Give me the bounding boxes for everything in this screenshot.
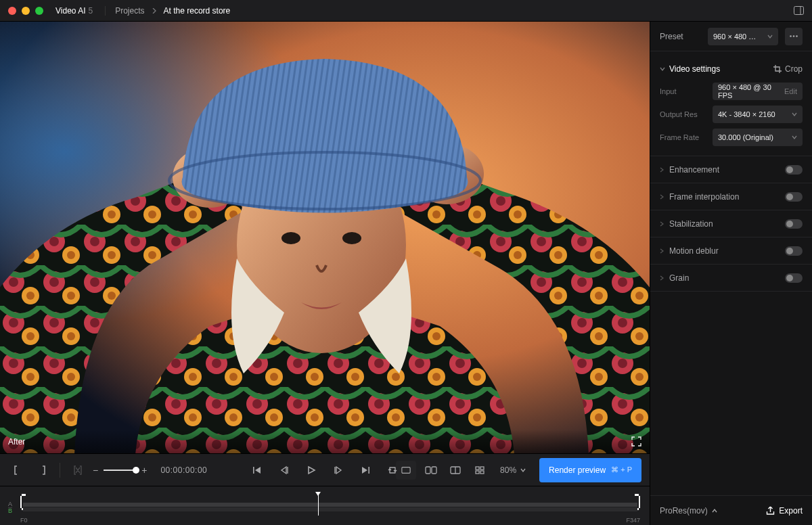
output-res-row: Output Res 4K - 3840 × 2160	[660, 103, 803, 126]
render-preview-button[interactable]: Render preview ⌘ + P	[539, 458, 641, 482]
frame-rate-label: Frame Rate	[660, 133, 706, 141]
maximize-window-button[interactable]	[35, 7, 43, 15]
stabilization-toggle[interactable]	[785, 219, 803, 229]
svg-rect-29	[480, 471, 484, 474]
preset-label: Preset	[660, 32, 683, 41]
viewer: After − + 00:00:00:00	[0, 22, 650, 525]
playhead[interactable]	[318, 493, 319, 516]
app-name: Video AI	[55, 6, 85, 16]
input-row: Input 960 × 480 @ 30 FPS Edit	[660, 80, 803, 103]
zoom-percent-dropdown[interactable]: 80%	[495, 461, 531, 480]
mark-out-button[interactable]	[32, 461, 51, 480]
app-version: 5	[88, 6, 93, 16]
zoom-slider[interactable]: − +	[93, 465, 147, 476]
panel-motion-deblur[interactable]: Motion deblur	[650, 237, 812, 265]
go-to-start-button[interactable]	[248, 461, 267, 480]
chevron-down-icon	[792, 112, 797, 117]
panel-label: Grain	[669, 273, 689, 283]
video-settings-label: Video settings	[669, 64, 720, 74]
window-controls	[8, 7, 43, 15]
grain-toggle[interactable]	[785, 273, 803, 283]
panel-enhancement[interactable]: Enhancement	[650, 156, 812, 183]
svg-rect-22	[426, 467, 430, 474]
breadcrumb-leaf[interactable]: At the record store	[164, 6, 231, 16]
view-split-button[interactable]	[422, 461, 441, 480]
chevron-right-icon	[660, 194, 664, 200]
panel-grain[interactable]: Grain	[650, 265, 812, 292]
svg-rect-28	[476, 471, 479, 474]
panel-label: Frame interpolation	[669, 192, 739, 202]
output-res-select[interactable]: 4K - 3840 × 2160	[713, 106, 803, 123]
preset-row: Preset 960 × 480 @ 30 F...	[650, 22, 812, 51]
step-back-button[interactable]	[275, 461, 294, 480]
frame-interpolation-toggle[interactable]	[785, 192, 803, 202]
render-preview-label: Render preview	[549, 465, 606, 475]
chevron-right-icon	[660, 248, 664, 254]
panel-stabilization[interactable]: Stabilization	[650, 210, 812, 237]
timeline[interactable]: A B F0 F347	[0, 486, 650, 525]
fullscreen-button[interactable]	[631, 436, 641, 447]
zoom-in-button[interactable]: +	[141, 465, 147, 476]
close-window-button[interactable]	[8, 7, 16, 15]
svg-rect-17	[253, 467, 254, 474]
preview-area[interactable]: After	[0, 22, 650, 453]
zoom-out-button[interactable]: −	[93, 465, 98, 476]
loop-button[interactable]	[383, 461, 402, 480]
timeline-track-a[interactable]	[23, 503, 637, 507]
breadcrumb-root[interactable]: Projects	[115, 6, 144, 16]
step-forward-button[interactable]	[329, 461, 348, 480]
svg-rect-23	[432, 467, 436, 474]
panel-label: Stabilization	[669, 219, 713, 229]
timeline-track-b[interactable]	[23, 507, 637, 511]
render-preview-shortcut: ⌘ + P	[611, 465, 632, 474]
export-button[interactable]: Export	[766, 506, 803, 516]
view-grid-button[interactable]	[470, 461, 489, 480]
frame-end-label: F347	[626, 517, 640, 524]
compare-label: After	[8, 437, 25, 447]
input-label: Input	[660, 87, 706, 95]
chevron-down-icon	[660, 66, 665, 72]
input-value-pill: 960 × 480 @ 30 FPS Edit	[713, 83, 803, 100]
sidebar-footer: ProRes(mov) Export	[650, 495, 812, 525]
chevron-right-icon	[660, 221, 664, 227]
track-labels: A B	[8, 501, 12, 514]
preview-overlay: After	[0, 430, 650, 453]
enhancement-toggle[interactable]	[785, 165, 803, 175]
preset-value: 960 × 480 @ 30 F...	[713, 32, 763, 41]
svg-rect-21	[402, 467, 410, 473]
svg-rect-27	[480, 467, 484, 470]
minimize-window-button[interactable]	[22, 7, 30, 15]
svg-rect-20	[368, 467, 369, 474]
timecode[interactable]: 00:00:00:00	[160, 465, 207, 475]
motion-deblur-toggle[interactable]	[785, 246, 803, 256]
mark-in-button[interactable]	[8, 461, 27, 480]
input-edit-button[interactable]: Edit	[784, 87, 797, 95]
frame-start-label: F0	[20, 517, 28, 524]
go-to-end-button[interactable]	[356, 461, 375, 480]
preset-more-button[interactable]	[785, 28, 803, 45]
frame-rate-value: 30.000 (Original)	[718, 133, 773, 141]
frame-rate-row: Frame Rate 30.000 (Original)	[660, 126, 803, 149]
video-frame	[0, 22, 650, 453]
chevron-down-icon	[767, 34, 773, 39]
toggle-sidebar-button[interactable]	[794, 6, 804, 15]
playback-controls: − + 00:00:00:00 80%	[0, 453, 650, 486]
chevron-right-icon	[152, 8, 157, 14]
video-settings-header[interactable]: Video settings	[660, 64, 720, 74]
frame-rate-select[interactable]: 30.000 (Original)	[713, 129, 803, 146]
track-b-label: B	[8, 508, 12, 514]
chevron-right-icon	[660, 275, 664, 281]
play-button[interactable]	[302, 461, 321, 480]
preset-select[interactable]: 960 × 480 @ 30 F...	[708, 28, 778, 45]
view-sidebyside-button[interactable]	[446, 461, 465, 480]
svg-rect-0	[794, 7, 804, 15]
panel-frame-interpolation[interactable]: Frame interpolation	[650, 183, 812, 210]
effect-panels: Enhancement Frame interpolation Stabiliz…	[650, 156, 812, 292]
output-res-label: Output Res	[660, 110, 706, 118]
divider	[60, 463, 60, 478]
svg-point-30	[790, 35, 792, 37]
clear-marks-button[interactable]	[68, 461, 87, 480]
crop-button[interactable]: Crop	[773, 64, 803, 74]
chevron-down-icon	[792, 135, 797, 140]
codec-select[interactable]: ProRes(mov)	[660, 506, 717, 516]
